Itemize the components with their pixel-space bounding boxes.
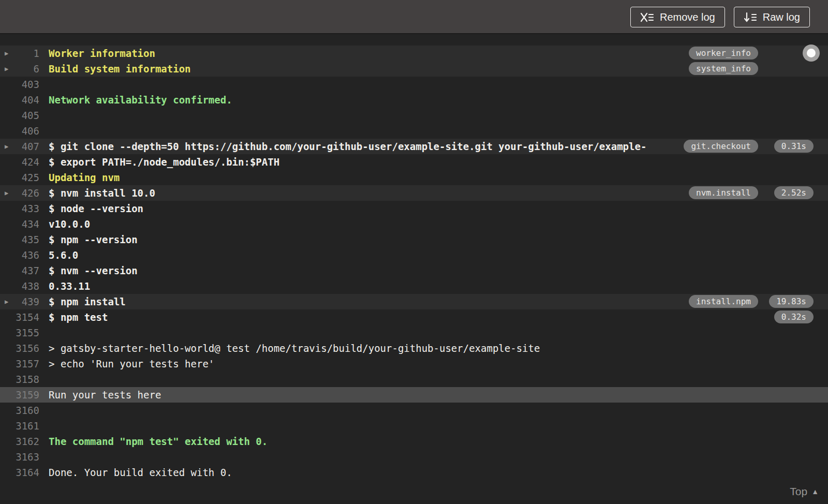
log-line[interactable]: 436 5.6.0 bbox=[0, 247, 828, 263]
log-text: $ export PATH=./node_modules/.bin:$PATH bbox=[49, 154, 279, 170]
log-text: 5.6.0 bbox=[49, 247, 78, 263]
log-text: $ node --version bbox=[49, 201, 143, 216]
log-text: $ npm install bbox=[49, 294, 126, 309]
log-line[interactable]: 433 $ node --version bbox=[0, 201, 828, 216]
line-number[interactable]: 434 bbox=[0, 216, 39, 232]
line-number[interactable]: 426 bbox=[0, 185, 39, 201]
line-number[interactable]: 407 bbox=[0, 139, 39, 154]
fold-tag-badge: system_info bbox=[689, 62, 758, 75]
log-text: Updating nvm bbox=[49, 170, 120, 185]
line-number[interactable]: 433 bbox=[0, 201, 39, 216]
log-text: Done. Your build exited with 0. bbox=[49, 465, 232, 480]
line-number[interactable]: 3164 bbox=[0, 465, 39, 480]
log-line[interactable]: 435 $ npm --version bbox=[0, 232, 828, 247]
log-line[interactable]: 405 bbox=[0, 108, 828, 123]
line-number[interactable]: 3155 bbox=[0, 325, 39, 340]
log-text: Network availability confirmed. bbox=[49, 92, 232, 108]
line-number[interactable]: 3159 bbox=[0, 387, 39, 403]
remove-log-label: Remove log bbox=[660, 11, 715, 23]
line-number[interactable]: 1 bbox=[0, 46, 39, 61]
log-text: > echo 'Run your tests here' bbox=[49, 356, 214, 372]
log-text: $ nvm --version bbox=[49, 263, 138, 278]
line-number[interactable]: 3163 bbox=[0, 449, 39, 465]
line-number[interactable]: 406 bbox=[0, 123, 39, 139]
line-number[interactable]: 425 bbox=[0, 170, 39, 185]
line-number[interactable]: 6 bbox=[0, 61, 39, 77]
log-line[interactable]: 3163 bbox=[0, 449, 828, 465]
log-text: $ git clone --depth=50 https://github.co… bbox=[49, 139, 646, 154]
log-line[interactable]: 3162 The command "npm test" exited with … bbox=[0, 434, 828, 449]
log-line[interactable]: 406 bbox=[0, 123, 828, 139]
log-line[interactable]: ▶ 407 $ git clone --depth=50 https://git… bbox=[0, 139, 828, 154]
top-link-label: Top bbox=[790, 485, 807, 498]
triangle-up-icon: ▲ bbox=[811, 487, 819, 496]
toolbar-buttons: Remove log Raw log bbox=[630, 7, 810, 27]
log-line[interactable]: 3155 bbox=[0, 325, 828, 340]
log-line[interactable]: 434 v10.0.0 bbox=[0, 216, 828, 232]
line-number[interactable]: 3156 bbox=[0, 340, 39, 356]
log-line[interactable]: 403 bbox=[0, 77, 828, 92]
line-number[interactable]: 404 bbox=[0, 92, 39, 108]
log-line[interactable]: ▶ 1 Worker information worker_info bbox=[0, 46, 828, 61]
line-number[interactable]: 405 bbox=[0, 108, 39, 123]
log-line[interactable]: ▶ 6 Build system information system_info bbox=[0, 61, 828, 77]
log-line[interactable]: 3158 bbox=[0, 372, 828, 387]
duration-badge: 0.31s bbox=[774, 140, 814, 153]
log-line[interactable]: 3161 bbox=[0, 418, 828, 434]
line-number[interactable]: 439 bbox=[0, 294, 39, 309]
raw-log-label: Raw log bbox=[763, 11, 800, 23]
log-line[interactable]: 3159 Run your tests here bbox=[0, 387, 828, 403]
line-number[interactable]: 436 bbox=[0, 247, 39, 263]
log-text: The command "npm test" exited with 0. bbox=[49, 434, 268, 449]
log-text: Run your tests here bbox=[49, 387, 161, 403]
line-number[interactable]: 3158 bbox=[0, 372, 39, 387]
log-text: > gatsby-starter-hello-world@ test /home… bbox=[49, 340, 540, 356]
log-line[interactable]: 3157 > echo 'Run your tests here' bbox=[0, 356, 828, 372]
log-text: 0.33.11 bbox=[49, 278, 90, 294]
log-line[interactable]: 425 Updating nvm bbox=[0, 170, 828, 185]
log-text: Build system information bbox=[49, 61, 191, 77]
line-number[interactable]: 3157 bbox=[0, 356, 39, 372]
line-number[interactable]: 437 bbox=[0, 263, 39, 278]
line-number[interactable]: 3162 bbox=[0, 434, 39, 449]
log-line[interactable]: ▶ 426 $ nvm install 10.0 nvm.install 2.5… bbox=[0, 185, 828, 201]
fold-tag-badge: nvm.install bbox=[689, 186, 758, 199]
log-line[interactable]: 437 $ nvm --version bbox=[0, 263, 828, 278]
line-number[interactable]: 424 bbox=[0, 154, 39, 170]
fold-tag-badge: worker_info bbox=[689, 47, 758, 60]
log-line[interactable]: 424 $ export PATH=./node_modules/.bin:$P… bbox=[0, 154, 828, 170]
log-line[interactable]: 438 0.33.11 bbox=[0, 278, 828, 294]
duration-badge: 19.83s bbox=[769, 295, 814, 308]
arrow-down-list-icon bbox=[744, 12, 757, 23]
line-number[interactable]: 3154 bbox=[0, 309, 39, 325]
log-line[interactable]: ▶ 439 $ npm install install.npm 19.83s bbox=[0, 294, 828, 309]
fold-tag-badge: install.npm bbox=[689, 295, 758, 308]
log-line[interactable]: 3154 $ npm test 0.32s bbox=[0, 309, 828, 325]
log-line[interactable]: 404 Network availability confirmed. bbox=[0, 92, 828, 108]
log-line[interactable]: 3160 bbox=[0, 403, 828, 418]
log-line[interactable]: 3156 > gatsby-starter-hello-world@ test … bbox=[0, 340, 828, 356]
scroll-position-indicator[interactable] bbox=[803, 45, 820, 62]
line-number[interactable]: 435 bbox=[0, 232, 39, 247]
x-list-icon bbox=[640, 12, 654, 23]
log-line[interactable]: 3164 Done. Your build exited with 0. bbox=[0, 465, 828, 480]
duration-badge: 2.52s bbox=[774, 186, 814, 199]
fold-tag-badge: git.checkout bbox=[684, 140, 758, 153]
line-number[interactable]: 403 bbox=[0, 77, 39, 92]
raw-log-button[interactable]: Raw log bbox=[734, 7, 810, 27]
log-text: $ nvm install 10.0 bbox=[49, 185, 155, 201]
log-toolbar: Remove log Raw log bbox=[0, 0, 828, 34]
scroll-to-top-link[interactable]: Top ▲ bbox=[790, 485, 819, 498]
line-number[interactable]: 438 bbox=[0, 278, 39, 294]
log-text: v10.0.0 bbox=[49, 216, 90, 232]
duration-badge: 0.32s bbox=[774, 310, 814, 323]
build-log-page: Remove log Raw log ▶ 1 Worker informatio… bbox=[0, 0, 828, 504]
log-text: $ npm test bbox=[49, 309, 108, 325]
line-number[interactable]: 3160 bbox=[0, 403, 39, 418]
line-number[interactable]: 3161 bbox=[0, 418, 39, 434]
remove-log-button[interactable]: Remove log bbox=[630, 7, 725, 27]
log-text: Worker information bbox=[49, 46, 155, 61]
log-body: ▶ 1 Worker information worker_info ▶ 6 B… bbox=[0, 35, 828, 480]
log-text: $ npm --version bbox=[49, 232, 138, 247]
